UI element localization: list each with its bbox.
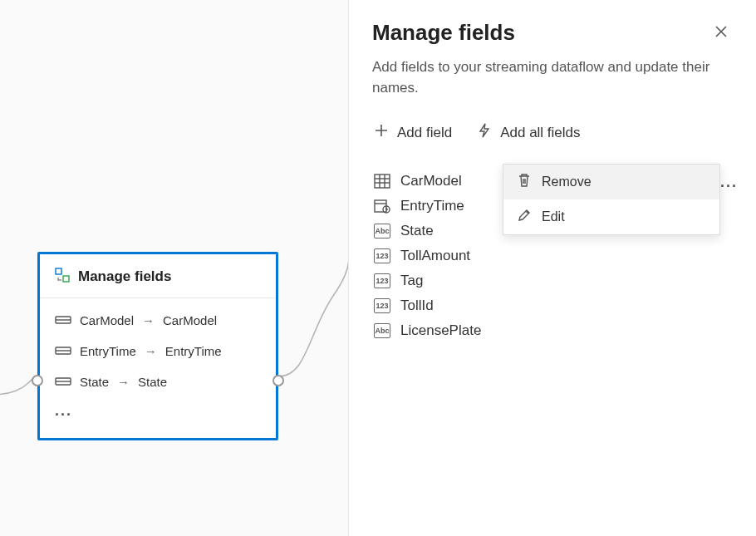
node-mapping-row[interactable]: CarModel → CarModel bbox=[40, 305, 276, 336]
column-icon bbox=[55, 375, 71, 389]
mapping-from: EntryTime bbox=[80, 344, 136, 358]
panel-description: Add fields to your streaming dataflow an… bbox=[372, 57, 733, 98]
field-name: TollAmount bbox=[400, 248, 731, 264]
add-field-button[interactable]: Add field bbox=[372, 120, 454, 145]
context-edit-item[interactable]: Edit bbox=[503, 199, 719, 234]
mapping-to: CarModel bbox=[163, 313, 217, 327]
node-mapping-row[interactable]: State → State bbox=[40, 366, 276, 397]
mapping-from: State bbox=[80, 375, 109, 389]
input-port[interactable] bbox=[32, 375, 43, 386]
svg-rect-0 bbox=[56, 268, 61, 274]
field-row-more-button[interactable]: ... bbox=[720, 174, 738, 191]
field-row[interactable]: 123 TollId bbox=[372, 293, 733, 318]
context-edit-label: Edit bbox=[542, 209, 565, 224]
manage-fields-node[interactable]: Manage fields CarModel → CarModel EntryT… bbox=[37, 252, 278, 440]
number-type-icon: 123 bbox=[374, 248, 390, 263]
mapping-from: CarModel bbox=[80, 313, 134, 327]
context-remove-item[interactable]: Remove bbox=[503, 165, 719, 199]
add-all-fields-button[interactable]: Add all fields bbox=[475, 120, 582, 145]
context-remove-label: Remove bbox=[542, 175, 592, 189]
plus-icon bbox=[374, 123, 389, 142]
field-list: ... Remove Edit CarModel bbox=[372, 169, 733, 343]
text-type-icon: Abc bbox=[374, 224, 390, 238]
table-icon bbox=[374, 174, 390, 189]
field-name: Tag bbox=[400, 273, 731, 289]
field-context-menu: Remove Edit bbox=[503, 164, 720, 235]
manage-fields-icon bbox=[55, 268, 70, 286]
lightning-icon bbox=[477, 123, 492, 142]
add-all-label: Add all fields bbox=[500, 125, 580, 141]
canvas[interactable]: Manage fields CarModel → CarModel EntryT… bbox=[0, 0, 349, 536]
text-type-icon: Abc bbox=[374, 323, 390, 338]
svg-rect-8 bbox=[375, 175, 390, 188]
number-type-icon: 123 bbox=[374, 298, 390, 313]
close-button[interactable] bbox=[709, 20, 733, 46]
trash-icon bbox=[517, 173, 532, 191]
manage-fields-panel: Manage fields Add fields to your streami… bbox=[349, 0, 756, 536]
node-header: Manage fields bbox=[40, 254, 276, 298]
output-port[interactable] bbox=[272, 375, 284, 386]
pencil-icon bbox=[517, 208, 532, 226]
panel-title: Manage fields bbox=[372, 20, 515, 46]
field-row[interactable]: 123 TollAmount bbox=[372, 243, 733, 268]
field-name: LicensePlate bbox=[400, 322, 731, 339]
panel-actions: Add field Add all fields bbox=[372, 120, 733, 145]
column-icon bbox=[55, 313, 71, 327]
close-icon bbox=[714, 23, 728, 42]
number-type-icon: 123 bbox=[374, 273, 390, 288]
arrow-right-icon: → bbox=[142, 313, 155, 327]
svg-rect-1 bbox=[63, 276, 69, 282]
mapping-to: EntryTime bbox=[165, 344, 222, 358]
datetime-icon bbox=[374, 199, 390, 214]
mapping-to: State bbox=[138, 375, 167, 389]
node-body: CarModel → CarModel EntryTime → EntryTim… bbox=[40, 298, 276, 438]
field-name: TollId bbox=[400, 298, 731, 314]
node-mapping-row[interactable]: EntryTime → EntryTime bbox=[40, 336, 276, 366]
column-icon bbox=[55, 344, 71, 358]
add-field-label: Add field bbox=[397, 125, 452, 141]
node-more-button[interactable]: ... bbox=[40, 397, 276, 430]
node-title: Manage fields bbox=[78, 268, 171, 285]
arrow-right-icon: → bbox=[117, 375, 130, 389]
field-row[interactable]: 123 Tag bbox=[372, 268, 733, 293]
field-row[interactable]: Abc LicensePlate bbox=[372, 318, 733, 343]
arrow-right-icon: → bbox=[145, 344, 157, 358]
